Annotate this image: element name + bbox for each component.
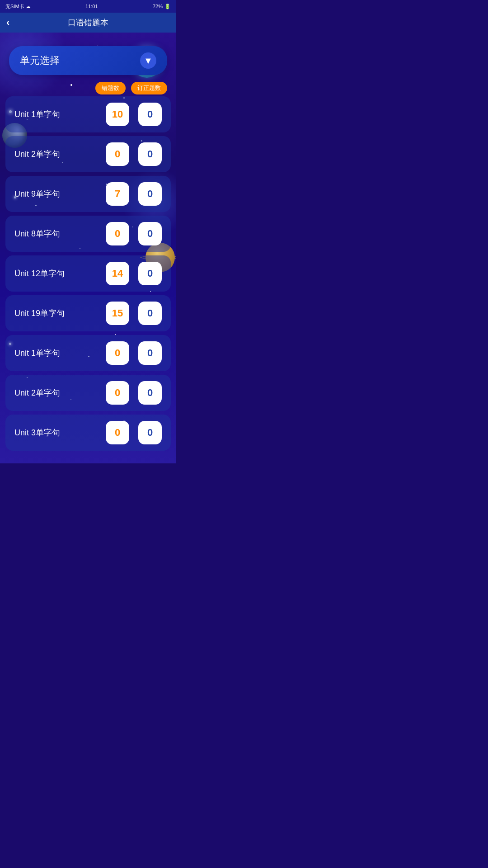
- status-right: 72% 🔋: [153, 4, 171, 9]
- unit-name: Unit 3单字句: [14, 427, 106, 438]
- item-counts: 150: [106, 302, 162, 325]
- unit-name: Unit 12单字句: [14, 268, 106, 279]
- error-count-badge: 15: [106, 302, 129, 325]
- list-item[interactable]: Unit 1单字句100: [5, 96, 171, 132]
- status-time: 11:01: [85, 4, 98, 9]
- correction-count-badge: 0: [138, 421, 162, 444]
- units-list: Unit 1单字句100Unit 2单字句00Unit 9单字句70Unit 8…: [0, 96, 176, 451]
- status-bar: 无SIM卡 ☁ 11:01 72% 🔋: [0, 0, 176, 13]
- signal-text: 无SIM卡 ☁: [5, 3, 31, 10]
- unit-name: Unit 19单字句: [14, 308, 106, 319]
- list-item[interactable]: Unit 8单字句00: [5, 216, 171, 252]
- main-content: 单元选择 ▼ 错题数 订正题数 Unit 1单字句100Unit 2单字句00U…: [0, 33, 176, 463]
- item-counts: 00: [106, 341, 162, 365]
- correction-count-badge: 0: [138, 302, 162, 325]
- unit-name: Unit 2单字句: [14, 149, 106, 160]
- error-count-badge: 0: [106, 421, 129, 444]
- item-counts: 140: [106, 262, 162, 285]
- error-count-badge: 14: [106, 262, 129, 285]
- page-title: 口语错题本: [68, 17, 108, 28]
- correction-count-badge: 0: [138, 142, 162, 166]
- unit-name: Unit 2单字句: [14, 387, 106, 398]
- unit-name: Unit 1单字句: [14, 109, 106, 120]
- error-count-badge: 0: [106, 222, 129, 245]
- correction-count-badge: 0: [138, 341, 162, 365]
- header: ‹ 口语错题本: [0, 13, 176, 33]
- errors-column-header: 错题数: [95, 82, 126, 94]
- error-count-badge: 0: [106, 341, 129, 365]
- list-item[interactable]: Unit 2单字句00: [5, 136, 171, 172]
- chevron-down-icon: ▼: [140, 52, 156, 69]
- error-count-badge: 0: [106, 142, 129, 166]
- unit-name: Unit 8单字句: [14, 228, 106, 239]
- item-counts: 00: [106, 142, 162, 166]
- correction-count-badge: 0: [138, 182, 162, 206]
- item-counts: 70: [106, 182, 162, 206]
- status-left: 无SIM卡 ☁: [5, 3, 31, 10]
- list-item[interactable]: Unit 2单字句00: [5, 375, 171, 411]
- error-count-badge: 10: [106, 103, 129, 126]
- list-item[interactable]: Unit 19单字句150: [5, 295, 171, 331]
- column-headers: 错题数 订正题数: [0, 82, 176, 94]
- item-counts: 00: [106, 222, 162, 245]
- battery-text: 72%: [153, 4, 163, 9]
- correction-count-badge: 0: [138, 262, 162, 285]
- error-count-badge: 0: [106, 381, 129, 405]
- unit-selector-label: 单元选择: [20, 54, 60, 67]
- battery-icon: 🔋: [164, 4, 171, 9]
- list-item[interactable]: Unit 3单字句00: [5, 415, 171, 451]
- correction-count-badge: 0: [138, 381, 162, 405]
- item-counts: 100: [106, 103, 162, 126]
- unit-name: Unit 9单字句: [14, 189, 106, 199]
- item-counts: 00: [106, 381, 162, 405]
- corrections-column-header: 订正题数: [131, 82, 167, 94]
- list-item[interactable]: Unit 12单字句140: [5, 255, 171, 292]
- error-count-badge: 7: [106, 182, 129, 206]
- unit-name: Unit 1单字句: [14, 348, 106, 359]
- correction-count-badge: 0: [138, 103, 162, 126]
- item-counts: 00: [106, 421, 162, 444]
- correction-count-badge: 0: [138, 222, 162, 245]
- unit-selector-dropdown[interactable]: 单元选择 ▼: [9, 46, 167, 75]
- list-item[interactable]: Unit 9单字句70: [5, 176, 171, 212]
- list-item[interactable]: Unit 1单字句00: [5, 335, 171, 371]
- back-button[interactable]: ‹: [6, 17, 9, 28]
